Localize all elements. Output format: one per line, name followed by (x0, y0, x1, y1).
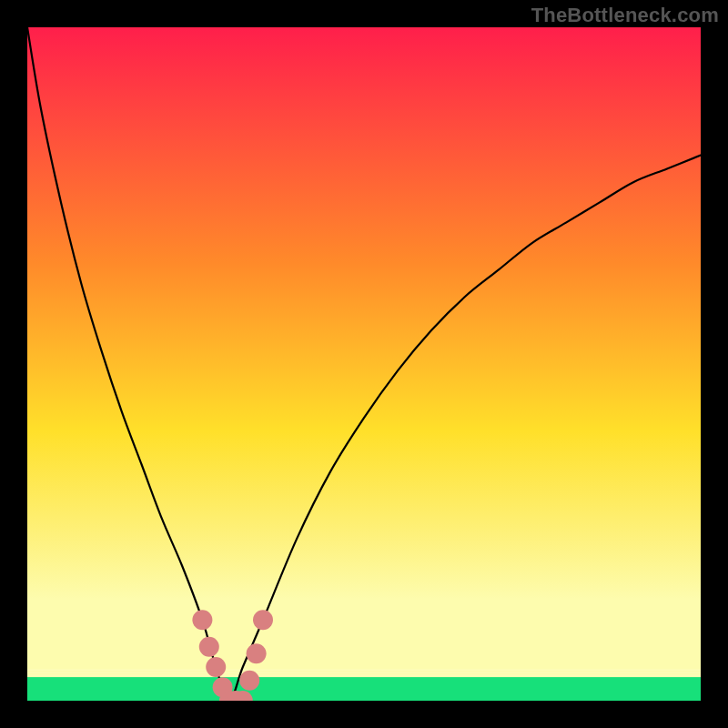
highlight-marker (253, 610, 273, 630)
bottleneck-chart (27, 27, 701, 701)
highlight-marker (199, 637, 219, 657)
watermark-text: TheBottleneck.com (531, 4, 719, 27)
chart-frame: TheBottleneck.com (0, 0, 728, 728)
highlight-marker (206, 657, 226, 677)
highlight-marker (192, 610, 212, 630)
svg-rect-0 (27, 27, 701, 701)
highlight-marker (239, 671, 259, 691)
svg-rect-1 (27, 677, 701, 701)
plot-area (27, 27, 701, 701)
highlight-marker (247, 643, 267, 663)
